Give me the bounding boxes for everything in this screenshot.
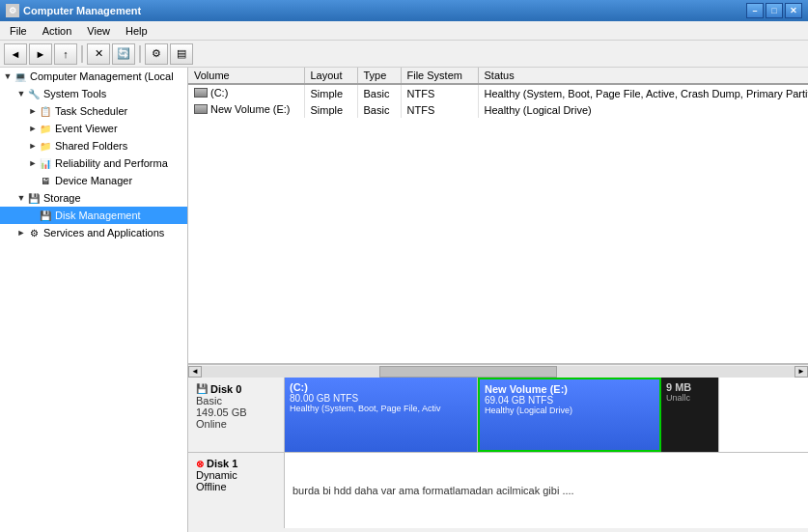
cell-volume-0: (C:) [188, 84, 304, 101]
expand-services[interactable]: ► [15, 227, 27, 238]
scroll-left-btn[interactable]: ◄ [188, 366, 202, 378]
toolbar-sep-1 [81, 45, 83, 63]
disk-table-area: Volume Layout Type File System Status (C… [188, 68, 808, 364]
maximize-button[interactable]: □ [766, 3, 783, 18]
col-volume[interactable]: Volume [188, 68, 304, 84]
close-button[interactable]: ✕ [785, 3, 802, 18]
disk-0-name: 💾 Disk 0 [196, 382, 276, 395]
expand-root[interactable]: ▼ [2, 70, 14, 82]
icon-system-tools: 🔧 [27, 87, 41, 100]
icon-computer: 💻 [14, 70, 27, 83]
menu-view[interactable]: View [79, 23, 118, 39]
cell-volume-1: New Volume (E:) [188, 101, 304, 118]
disk-0-info: 💾 Disk 0 Basic 149.05 GB Online [188, 378, 285, 452]
expand-reliability[interactable]: ► [27, 157, 39, 169]
partition-unalloc-label: Unallc [666, 393, 713, 403]
cell-status-0: Healthy (System, Boot, Page File, Active… [478, 84, 808, 101]
menu-file[interactable]: File [2, 23, 35, 39]
icon-task-scheduler: 📋 [39, 104, 52, 118]
disk-bottom-panel: 💾 Disk 0 Basic 149.05 GB Online (C:) 80.… [188, 378, 808, 532]
partition-c-size: 80.00 GB NTFS [290, 393, 472, 404]
title-bar: ⚙ Computer Management – □ ✕ [0, 0, 808, 21]
disk-1-info: ⊗ Disk 1 Dynamic Offline [188, 453, 285, 528]
disk-1-row: ⊗ Disk 1 Dynamic Offline burda bi hdd da… [188, 453, 808, 528]
label-storage: Storage [43, 192, 81, 204]
toolbar: ◄ ► ↑ ✕ 🔄 ⚙ ▤ [0, 41, 808, 68]
tree-item-task-scheduler[interactable]: ► 📋 Task Scheduler [0, 102, 187, 120]
icon-shared-folders: 📁 [39, 139, 52, 153]
volume-table: Volume Layout Type File System Status (C… [188, 68, 808, 118]
tree-panel: ▼ 💻 Computer Management (Local ▼ 🔧 Syste… [0, 68, 188, 532]
tree-item-storage[interactable]: ▼ 💾 Storage [0, 189, 187, 207]
disk-0-status: Online [196, 418, 276, 430]
tree-item-system-tools[interactable]: ▼ 🔧 System Tools [0, 85, 187, 102]
partition-e[interactable]: New Volume (E:) 69.04 GB NTFS Healthy (L… [478, 378, 661, 452]
horizontal-scrollbar[interactable]: ◄ ► [188, 364, 808, 378]
partition-e-name: New Volume (E:) [485, 383, 655, 395]
toolbar-forward[interactable]: ► [29, 43, 52, 65]
cell-fs-0: NTFS [401, 84, 478, 101]
tree-item-event-viewer[interactable]: ► 📁 Event Viewer [0, 120, 187, 137]
title-bar-text: Computer Management [23, 5, 141, 16]
expand-shared-folders[interactable]: ► [27, 140, 39, 152]
minimize-button[interactable]: – [746, 3, 764, 18]
partition-c-status: Healthy (System, Boot, Page File, Activ [290, 404, 472, 413]
label-device-manager: Device Manager [55, 175, 132, 186]
cell-status-1: Healthy (Logical Drive) [478, 101, 808, 118]
disk-0-partitions: (C:) 80.00 GB NTFS Healthy (System, Boot… [285, 378, 808, 452]
icon-event-viewer: 📁 [39, 122, 52, 135]
label-system-tools: System Tools [43, 88, 106, 99]
toolbar-refresh[interactable]: 🔄 [112, 43, 135, 65]
expand-system-tools[interactable]: ▼ [15, 88, 27, 99]
toolbar-view[interactable]: ▤ [170, 43, 193, 65]
col-layout[interactable]: Layout [304, 68, 357, 84]
icon-device-manager: 🖥 [39, 174, 52, 187]
icon-disk-management: 💾 [39, 209, 52, 222]
tree-item-reliability[interactable]: ► 📊 Reliability and Performa [0, 154, 187, 172]
menu-bar: File Action View Help [0, 21, 808, 41]
menu-help[interactable]: Help [118, 23, 155, 39]
cell-layout-0: Simple [304, 84, 357, 101]
label-reliability: Reliability and Performa [55, 157, 168, 169]
expand-task-scheduler[interactable]: ► [27, 105, 39, 117]
label-task-scheduler: Task Scheduler [55, 105, 127, 117]
tree-item-root[interactable]: ▼ 💻 Computer Management (Local [0, 68, 187, 85]
toolbar-up[interactable]: ↑ [54, 43, 77, 65]
tree-item-shared-folders[interactable]: ► 📁 Shared Folders [0, 137, 187, 154]
label-event-viewer: Event Viewer [55, 123, 118, 134]
expand-event-viewer[interactable]: ► [27, 123, 39, 134]
disk-1-name: ⊗ Disk 1 [196, 458, 276, 469]
label-root: Computer Management (Local [30, 70, 174, 82]
tree-item-device-manager[interactable]: ► 🖥 Device Manager [0, 172, 187, 189]
menu-action[interactable]: Action [35, 23, 80, 39]
partition-c[interactable]: (C:) 80.00 GB NTFS Healthy (System, Boot… [285, 378, 478, 452]
toolbar-back[interactable]: ◄ [4, 43, 27, 65]
col-type[interactable]: Type [357, 68, 401, 84]
icon-reliability: 📊 [39, 156, 52, 170]
scroll-track[interactable] [202, 366, 794, 378]
expand-storage[interactable]: ▼ [15, 192, 27, 204]
col-filesystem[interactable]: File System [401, 68, 478, 84]
partition-unalloc[interactable]: 9 MB Unallc [661, 378, 719, 452]
cell-type-0: Basic [357, 84, 401, 101]
table-row[interactable]: (C:) Simple Basic NTFS Healthy (System, … [188, 84, 808, 101]
toolbar-settings[interactable]: ⚙ [145, 43, 168, 65]
drive-icon-c [194, 88, 208, 98]
icon-services: ⚙ [27, 226, 41, 239]
scroll-thumb[interactable] [379, 366, 557, 378]
table-row[interactable]: New Volume (E:) Simple Basic NTFS Health… [188, 101, 808, 118]
scroll-right-btn[interactable]: ► [794, 366, 808, 378]
col-status[interactable]: Status [478, 68, 808, 84]
toolbar-stop[interactable]: ✕ [87, 43, 110, 65]
disk-0-type: Basic [196, 395, 276, 406]
disk-1-message: burda bi hdd daha var ama formatlamadan … [293, 485, 574, 496]
disk-icon: 💾 [196, 383, 208, 394]
disk-0-size: 149.05 GB [196, 406, 276, 418]
tree-item-disk-management[interactable]: ► 💾 Disk Management [0, 207, 187, 224]
partition-unalloc-size: 9 MB [666, 381, 713, 393]
tree-item-services[interactable]: ► ⚙ Services and Applications [0, 224, 187, 241]
partition-e-status: Healthy (Logical Drive) [485, 406, 655, 415]
drive-icon-e [194, 104, 208, 114]
cell-layout-1: Simple [304, 101, 357, 118]
disk-1-icon: ⊗ [196, 459, 204, 469]
